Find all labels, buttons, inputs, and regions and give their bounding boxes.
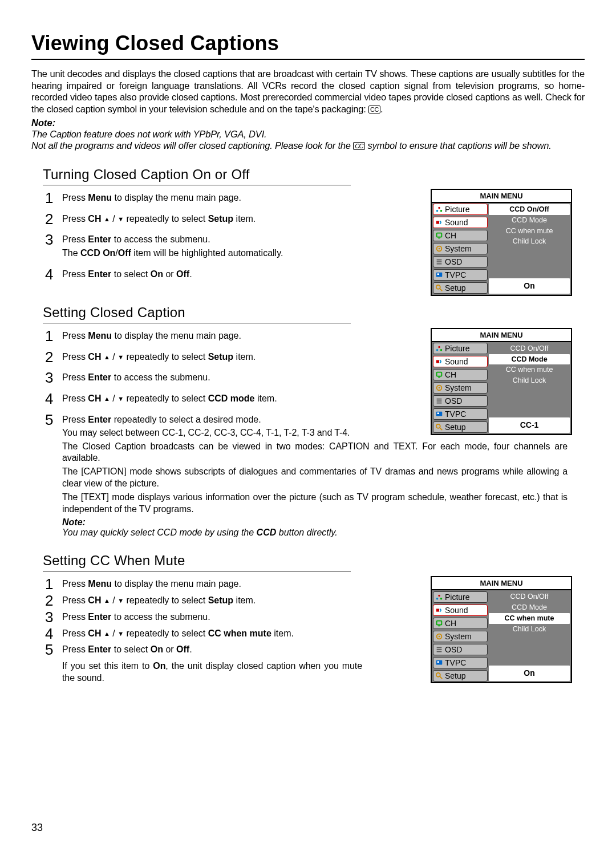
svg-point-16	[439, 387, 440, 389]
svg-point-1	[436, 210, 439, 212]
menu-left-item: OSD	[433, 644, 488, 655]
svg-point-10	[438, 346, 440, 348]
menu-icon	[435, 646, 443, 654]
menu-left-item: TVPC	[433, 269, 488, 281]
intro-paragraph: The unit decodes and displays the closed…	[31, 68, 585, 115]
divider	[43, 185, 351, 185]
menu-left-item: OSD	[433, 256, 488, 267]
menu-left-item: Picture	[433, 343, 488, 354]
section-2-title: Setting Closed Caption	[43, 305, 585, 321]
menu-right-item: CCD On/Off	[489, 204, 570, 215]
menu-right-item: CCD Mode	[489, 354, 570, 365]
sec1-step-4: Press Enter to select On or Off.	[43, 269, 362, 281]
menu-right-item: CCD Mode	[489, 602, 570, 613]
menu-right-item: CCD On/Off	[489, 591, 570, 602]
sec3-step-5: Press Enter to select On or Off.	[43, 644, 362, 656]
menu-left-item: Picture	[433, 204, 488, 215]
svg-point-6	[439, 248, 440, 250]
sec2-follow-p2: The Closed Caption broadcasts can be vie…	[62, 441, 568, 465]
menu-right-item: Child Lock	[489, 624, 570, 635]
menu-icon	[435, 358, 443, 366]
menu-right-item: CC when mute	[489, 613, 570, 624]
sec2-note: You may quickly select CCD mode by using…	[62, 528, 568, 538]
cc-symbol-2: CC	[353, 142, 365, 150]
menu-figure-3: MAIN MENUPictureSoundCHSystemOSDTVPCSetu…	[431, 576, 572, 683]
menu-left-item: TVPC	[433, 657, 488, 668]
menu-header: MAIN MENU	[432, 190, 571, 203]
menu-bottom-value: CC-1	[489, 417, 570, 433]
svg-rect-18	[437, 413, 440, 415]
page-title: Viewing Closed Captions	[31, 31, 585, 60]
menu-left-item: CH	[433, 618, 488, 629]
menu-left-item: OSD	[433, 395, 488, 407]
menu-figure-1: MAIN MENUPictureSoundCHSystemOSDTVPCSetu…	[431, 189, 572, 296]
svg-point-21	[436, 598, 439, 600]
sec2-follow-p3: The [CAPTION] mode shows subscripts of d…	[62, 466, 568, 490]
sec3-step-3: Press Enter to access the submenu.	[43, 611, 362, 623]
svg-rect-14	[438, 377, 440, 378]
sec2-step-3: Press Enter to access the submenu.	[43, 372, 362, 384]
menu-left-item: Setup	[433, 670, 488, 682]
menu-icon	[435, 410, 443, 418]
svg-point-2	[440, 210, 443, 212]
note-line-1: The Caption feature does not work with Y…	[31, 128, 585, 140]
intro-text: The unit decodes and displays the closed…	[31, 68, 585, 114]
menu-icon	[435, 271, 443, 279]
menu-icon	[435, 593, 443, 601]
menu-icon	[435, 606, 443, 614]
sec3-step-2: Press CH ▲ / ▼ repeatedly to select Setu…	[43, 595, 362, 607]
svg-point-11	[436, 349, 439, 351]
sec2-follow-p4: The [TEXT] mode displays various informa…	[62, 492, 568, 516]
svg-point-20	[438, 594, 440, 597]
menu-left-item: System	[433, 382, 488, 394]
menu-right-item: Child Lock	[489, 236, 570, 247]
menu-header: MAIN MENU	[432, 329, 571, 342]
svg-point-9	[436, 285, 440, 289]
menu-icon	[435, 371, 443, 379]
menu-left-item: Setup	[433, 282, 488, 294]
menu-left-item: Sound	[433, 356, 488, 367]
menu-icon	[435, 397, 443, 405]
menu-icon	[435, 384, 443, 392]
menu-right-item: CC when mute	[489, 364, 570, 375]
sec1-step-2: Press CH ▲ / ▼ repeatedly to select Setu…	[43, 213, 362, 225]
sec2-step-4: Press CH ▲ / ▼ repeatedly to select CCD …	[43, 393, 362, 405]
menu-left-item: System	[433, 631, 488, 642]
menu-left-item: Sound	[433, 605, 488, 616]
cc-symbol: CC	[368, 106, 380, 113]
sec2-note-label: Note:	[62, 517, 568, 528]
menu-left-item: System	[433, 243, 488, 254]
menu-icon	[435, 245, 443, 253]
menu-icon	[435, 232, 443, 240]
menu-icon	[435, 258, 443, 266]
sec3-step-1: Press Menu to display the menu main page…	[43, 578, 362, 590]
page-number: 33	[31, 822, 43, 834]
svg-point-29	[436, 673, 440, 677]
svg-point-0	[438, 207, 440, 209]
menu-left-item: Picture	[433, 591, 488, 603]
svg-rect-3	[437, 233, 442, 237]
menu-left-item: CH	[433, 230, 488, 241]
menu-left-item: CH	[433, 369, 488, 380]
divider	[43, 571, 351, 571]
menu-right-item: CCD On/Off	[489, 343, 570, 354]
svg-rect-28	[437, 661, 440, 663]
menu-icon	[435, 218, 443, 226]
note-label: Note:	[31, 117, 585, 128]
sec1-step-3: Press Enter to access the submenu.The CC…	[43, 234, 362, 259]
menu-icon	[435, 632, 443, 640]
sec2-step-2: Press CH ▲ / ▼ repeatedly to select Setu…	[43, 351, 362, 363]
sec2-follow: You may select between CC-1, CC-2, CC-3,…	[62, 427, 568, 516]
menu-header: MAIN MENU	[432, 577, 571, 590]
menu-right-item: CC when mute	[489, 226, 570, 237]
svg-point-22	[440, 598, 443, 600]
menu-figure-2: MAIN MENUPictureSoundCHSystemOSDTVPCSetu…	[431, 328, 572, 435]
menu-icon	[435, 619, 443, 627]
svg-point-19	[436, 424, 440, 428]
menu-icon	[435, 672, 443, 680]
sec3-step-4: Press CH ▲ / ▼ repeatedly to select CC w…	[43, 628, 362, 640]
menu-bottom-value: On	[489, 666, 570, 681]
note-line-2: Not all the programs and videos will off…	[31, 140, 585, 152]
menu-icon	[435, 284, 443, 292]
note-line-2a: Not all the programs and videos will off…	[31, 140, 353, 151]
